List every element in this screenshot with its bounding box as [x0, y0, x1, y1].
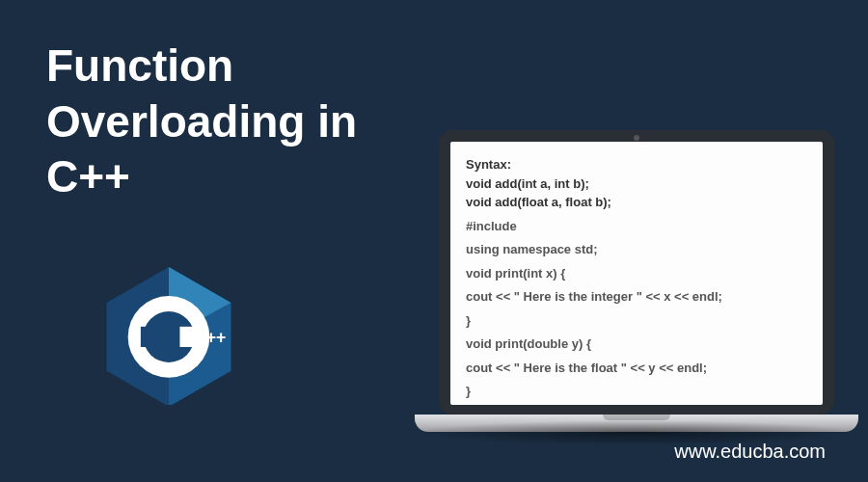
- code-line: void add(int a, int b);: [466, 174, 807, 194]
- code-line: #include: [466, 217, 807, 236]
- code-screen: Syntax: void add(int a, int b); void add…: [450, 142, 823, 405]
- svg-rect-5: [141, 327, 158, 347]
- code-line: cout << " Here is the integer " << x << …: [466, 287, 807, 307]
- syntax-header: Syntax:: [466, 155, 807, 174]
- laptop-camera: [634, 135, 639, 141]
- svg-rect-6: [179, 327, 197, 347]
- code-line: void print(double y) {: [466, 335, 807, 354]
- svg-text:++: ++: [206, 328, 227, 347]
- code-line: void add(float a, float b);: [466, 193, 807, 212]
- footer-url: www.educba.com: [674, 441, 826, 463]
- code-line: cout << " Here is the float " << y << en…: [466, 359, 807, 378]
- code-line: using namespace std;: [466, 240, 807, 259]
- cpp-logo: ++: [96, 260, 241, 405]
- code-line: }: [466, 382, 807, 401]
- code-line: }: [466, 311, 807, 331]
- code-line: void print(int x) {: [466, 264, 807, 283]
- laptop-screen-frame: Syntax: void add(int a, int b); void add…: [439, 130, 834, 415]
- page-title: Function Overloading in C++: [46, 39, 451, 205]
- laptop-illustration: Syntax: void add(int a, int b); void add…: [439, 130, 834, 432]
